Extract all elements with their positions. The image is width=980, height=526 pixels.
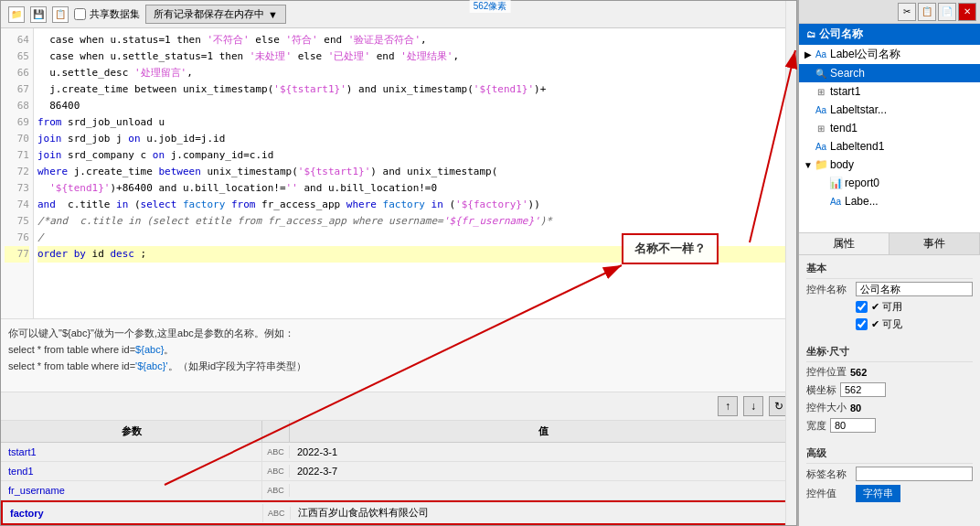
checkbox-visible[interactable] bbox=[856, 318, 868, 330]
tree-label: Labeltstar... bbox=[830, 103, 887, 116]
toolbar-icon-3[interactable]: 📋 bbox=[52, 6, 69, 23]
tree-label: Labe... bbox=[845, 195, 879, 208]
expand-icon: ▶ bbox=[803, 49, 814, 59]
code-content[interactable]: case when u.status=1 then '不符合' else '符合… bbox=[34, 28, 796, 318]
props-label-horiz: 横坐标 bbox=[806, 383, 836, 397]
tree-item-tend1[interactable]: ⊞ tend1 bbox=[799, 119, 980, 137]
tree-item-tstart1[interactable]: ⊞ tstart1 bbox=[799, 82, 980, 101]
props-input-horiz[interactable] bbox=[840, 382, 886, 397]
param-value-tstart1[interactable]: 2022-3-1 bbox=[290, 443, 796, 461]
props-input-name[interactable] bbox=[856, 282, 973, 296]
table-icon: ⊞ bbox=[814, 121, 828, 135]
table-row[interactable]: fr_username ABC bbox=[1, 481, 796, 500]
toolbar-icon-2[interactable]: 💾 bbox=[30, 6, 47, 23]
code-line-76: / bbox=[37, 230, 793, 246]
tree-label: Label公司名称 bbox=[830, 47, 900, 62]
checkbox-enabled[interactable] bbox=[856, 301, 868, 313]
props-row-enabled: ✔ 可用 bbox=[806, 300, 973, 314]
props-value-position: 562 bbox=[850, 367, 878, 378]
tree-item-labe[interactable]: Aa Labe... bbox=[799, 192, 980, 210]
props-tabs: 属性 事件 bbox=[799, 233, 980, 255]
tree-label: Labeltend1 bbox=[830, 140, 884, 153]
table-row-factory[interactable]: factory ABC 江西百岁山食品饮料有限公司 bbox=[1, 500, 796, 525]
close-btn[interactable]: ✕ bbox=[958, 3, 976, 21]
props-section-title-basic: 基本 bbox=[806, 259, 973, 279]
tab-props[interactable]: 属性 bbox=[799, 233, 889, 254]
props-input-width[interactable] bbox=[830, 418, 876, 433]
param-value-factory[interactable]: 江西百岁山食品饮料有限公司 bbox=[291, 502, 794, 523]
code-line-71: join srd_company c on j.company_id=c.id bbox=[37, 147, 793, 164]
tree-item-labeltend1[interactable]: Aa Labeltend1 bbox=[799, 137, 980, 156]
props-panel: 属性 事件 基本 控件名称 ✔ 可用 bbox=[799, 233, 980, 526]
props-section-advanced: 高级 标签名称 控件值 字符串 bbox=[799, 440, 980, 510]
tree-label: report0 bbox=[845, 177, 879, 189]
param-table: 参数 值 tstart1 ABC 2022-3-1 tend1 ABC 2022… bbox=[1, 420, 796, 525]
props-checkbox-visible[interactable]: ✔ 可见 bbox=[856, 317, 902, 331]
code-line-67: j.create_time between unix_timestamp('${… bbox=[37, 81, 793, 98]
toolbar-icon-1[interactable]: 📁 bbox=[8, 6, 25, 23]
param-col-name-header: 参数 bbox=[1, 421, 262, 442]
props-row-visible: ✔ 可见 bbox=[806, 317, 973, 331]
param-value-tend1[interactable]: 2022-3-7 bbox=[290, 462, 796, 480]
selected-item-header: 🗂 公司名称 bbox=[799, 24, 980, 45]
props-row-size: 控件大小 80 bbox=[806, 401, 973, 414]
code-area: 64 65 66 67 68 69 70 71 72 73 74 75 76 7… bbox=[1, 28, 796, 318]
tree-label: Search bbox=[830, 67, 865, 80]
table-row[interactable]: tstart1 ABC 2022-3-1 bbox=[1, 443, 796, 462]
tree-item-search[interactable]: 🔍 Search bbox=[799, 64, 980, 82]
code-line-70: join srd_job j on u.job_id=j.id bbox=[37, 131, 793, 147]
report-icon: 📊 bbox=[828, 176, 843, 190]
label-icon: Aa bbox=[814, 48, 828, 62]
copy-btn[interactable]: 📋 bbox=[918, 3, 936, 21]
label-icon: Aa bbox=[828, 194, 843, 209]
props-section-size: 坐标·尺寸 控件位置 562 横坐标 控件大小 80 宽度 bbox=[799, 338, 980, 440]
tree-item-labelstar[interactable]: Aa Labeltstar... bbox=[799, 101, 980, 119]
selected-item-label: 公司名称 bbox=[819, 27, 863, 42]
scissors-btn[interactable]: ✂ bbox=[898, 3, 916, 21]
paste-btn[interactable]: 📄 bbox=[938, 3, 956, 21]
param-icon-tend1: ABC bbox=[262, 465, 290, 478]
props-input-tagname[interactable] bbox=[856, 467, 973, 481]
code-line-75: /*and c.title in (select etitle from fr_… bbox=[37, 213, 793, 230]
param-value-fr_username[interactable] bbox=[290, 487, 796, 494]
code-line-74: and c.title in (select factory from fr_a… bbox=[37, 197, 793, 213]
right-panel: ✂ 📋 📄 ✕ 🗂 公司名称 ▶ Aa Label公司名称 🔍 Search bbox=[797, 0, 980, 526]
share-label: 共享数据集 bbox=[90, 7, 140, 21]
props-section-title-advanced: 高级 bbox=[806, 444, 973, 464]
hint-line-2: select * from table where id=${abc}。 bbox=[8, 341, 789, 358]
checkbox-enabled-label: ✔ 可用 bbox=[871, 300, 902, 314]
scroll-indicator[interactable] bbox=[785, 28, 796, 318]
tree-label: body bbox=[830, 158, 854, 171]
hint-area: 你可以键入"${abc}"做为一个参数,这里abc是参数的名称。例如： sele… bbox=[1, 318, 796, 392]
checkbox-visible-label: ✔ 可见 bbox=[871, 317, 902, 331]
share-dataset-checkbox[interactable]: 共享数据集 bbox=[74, 7, 140, 21]
param-up-btn[interactable]: ↑ bbox=[718, 396, 738, 416]
save-label: 所有记录都保存在内存中 bbox=[154, 7, 264, 21]
props-row-width: 宽度 bbox=[806, 418, 973, 433]
tree-label: tstart1 bbox=[830, 85, 860, 98]
props-checkbox-enabled[interactable]: ✔ 可用 bbox=[856, 300, 902, 314]
param-icon-tstart1: ABC bbox=[262, 445, 290, 458]
props-row-controlval: 控件值 字符串 bbox=[806, 485, 973, 502]
param-name-factory: factory bbox=[3, 504, 263, 522]
share-checkbox-input[interactable] bbox=[74, 8, 86, 20]
tab-events[interactable]: 事件 bbox=[889, 233, 980, 254]
table-row[interactable]: tend1 ABC 2022-3-7 bbox=[1, 462, 796, 481]
code-line-73: '${tend1}')+86400 and u.bill_location!='… bbox=[37, 180, 793, 197]
props-label-name: 控件名称 bbox=[806, 283, 852, 296]
props-value-size: 80 bbox=[850, 403, 878, 413]
tree-item-body[interactable]: ▼ 📁 body bbox=[799, 156, 980, 174]
label-icon: Aa bbox=[814, 139, 828, 154]
props-label-width: 宽度 bbox=[806, 419, 826, 433]
props-section-basic: 基本 控件名称 ✔ 可用 ✔ 可见 bbox=[799, 255, 980, 338]
save-btn[interactable]: 所有记录都保存在内存中 ▼ bbox=[145, 5, 286, 24]
param-down-btn[interactable]: ↓ bbox=[743, 396, 763, 416]
tree-item-report0[interactable]: 📊 report0 bbox=[799, 174, 980, 192]
tree-item-label-company[interactable]: ▶ Aa Label公司名称 bbox=[799, 45, 980, 64]
props-btn-controlval[interactable]: 字符串 bbox=[856, 485, 900, 502]
param-icon-fr_username: ABC bbox=[262, 484, 290, 497]
props-section-title-size: 坐标·尺寸 bbox=[806, 342, 973, 362]
label-icon: Aa bbox=[814, 102, 828, 117]
code-line-68: 86400 bbox=[37, 98, 793, 114]
code-line-65: case when u.settle_status=1 then '未处理' e… bbox=[37, 48, 793, 65]
